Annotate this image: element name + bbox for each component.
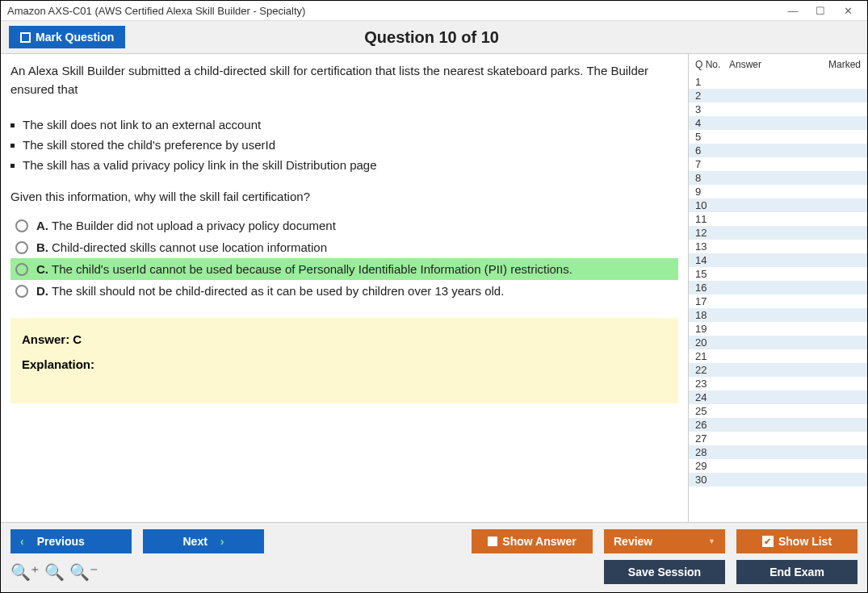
list-qno: 9 bbox=[695, 186, 729, 198]
option-text: Child-directed skills cannot use locatio… bbox=[52, 240, 327, 254]
list-row[interactable]: 14 bbox=[689, 253, 867, 267]
list-row[interactable]: 22 bbox=[689, 363, 867, 377]
list-row[interactable]: 11 bbox=[689, 212, 867, 226]
show-list-label: Show List bbox=[778, 535, 832, 548]
title-bar: Amazon AXS-C01 (AWS Certified Alexa Skil… bbox=[1, 1, 867, 21]
chevron-left-icon: ‹ bbox=[20, 535, 24, 548]
list-rows[interactable]: 1234567891011121314151617181920212223242… bbox=[689, 75, 867, 522]
list-qno: 28 bbox=[695, 446, 729, 458]
list-qno: 30 bbox=[695, 474, 729, 486]
option-letter: C. bbox=[36, 262, 48, 276]
radio-icon[interactable] bbox=[15, 285, 28, 298]
option-row[interactable]: A. The Builder did not upload a privacy … bbox=[10, 215, 678, 236]
option-row[interactable]: D. The skill should not be child-directe… bbox=[10, 280, 678, 302]
list-qno: 4 bbox=[695, 117, 729, 129]
list-row[interactable]: 5 bbox=[689, 130, 867, 144]
list-row[interactable]: 27 bbox=[689, 432, 867, 445]
col-header-marked: Marked bbox=[820, 59, 861, 70]
list-row[interactable]: 28 bbox=[689, 445, 867, 459]
list-row[interactable]: 17 bbox=[689, 294, 867, 308]
list-qno: 22 bbox=[695, 364, 729, 376]
list-row[interactable]: 6 bbox=[689, 144, 867, 157]
list-qno: 14 bbox=[695, 254, 729, 266]
list-row[interactable]: 1 bbox=[689, 75, 867, 89]
list-qno: 1 bbox=[695, 76, 729, 88]
bullet-item: The skill has a valid privacy policy lin… bbox=[10, 158, 678, 172]
list-qno: 24 bbox=[695, 391, 729, 403]
question-list-panel: Q No. Answer Marked 12345678910111213141… bbox=[688, 54, 867, 522]
list-row[interactable]: 8 bbox=[689, 171, 867, 185]
list-row[interactable]: 4 bbox=[689, 116, 867, 130]
list-row[interactable]: 9 bbox=[689, 185, 867, 198]
list-qno: 26 bbox=[695, 419, 729, 431]
question-area: An Alexa Skill Builder submitted a child… bbox=[1, 54, 688, 522]
list-qno: 12 bbox=[695, 227, 729, 239]
list-header: Q No. Answer Marked bbox=[689, 54, 867, 75]
list-row[interactable]: 24 bbox=[689, 390, 867, 404]
show-list-button[interactable]: ✔ Show List bbox=[736, 529, 858, 553]
bullet-text: The skill has a valid privacy policy lin… bbox=[23, 158, 377, 172]
end-exam-button[interactable]: End Exam bbox=[736, 560, 858, 584]
bullet-dot-icon bbox=[10, 123, 15, 127]
col-header-answer: Answer bbox=[729, 59, 820, 70]
list-row[interactable]: 10 bbox=[689, 198, 867, 212]
review-button[interactable]: Review ▼ bbox=[604, 529, 725, 553]
list-row[interactable]: 30 bbox=[689, 473, 867, 487]
list-qno: 7 bbox=[695, 158, 729, 170]
option-letter: B. bbox=[36, 240, 48, 254]
save-session-button[interactable]: Save Session bbox=[604, 560, 725, 584]
list-row[interactable]: 26 bbox=[689, 418, 867, 432]
option-text: The skill should not be child-directed a… bbox=[52, 284, 504, 298]
list-row[interactable]: 13 bbox=[689, 240, 867, 253]
bullet-list: The skill does not link to an external a… bbox=[10, 111, 678, 178]
list-row[interactable]: 12 bbox=[689, 226, 867, 240]
bottom-row-2: 🔍⁺ 🔍 🔍⁻ Save Session End Exam bbox=[10, 560, 858, 584]
header-row: Mark Question Question 10 of 10 bbox=[1, 21, 867, 54]
list-row[interactable]: 7 bbox=[689, 157, 867, 171]
zoom-in-icon[interactable]: 🔍⁺ bbox=[10, 562, 40, 582]
list-row[interactable]: 23 bbox=[689, 377, 867, 390]
window-title: Amazon AXS-C01 (AWS Certified Alexa Skil… bbox=[7, 5, 786, 17]
list-row[interactable]: 21 bbox=[689, 349, 867, 363]
radio-icon[interactable] bbox=[15, 241, 28, 254]
option-row[interactable]: C. The child's userId cannot be used bec… bbox=[10, 258, 678, 280]
list-qno: 15 bbox=[695, 268, 729, 280]
list-row[interactable]: 15 bbox=[689, 267, 867, 281]
save-session-label: Save Session bbox=[628, 566, 701, 578]
main-content: An Alexa Skill Builder submitted a child… bbox=[1, 54, 867, 522]
list-row[interactable]: 25 bbox=[689, 404, 867, 418]
close-icon[interactable]: ✕ bbox=[841, 4, 854, 17]
list-qno: 23 bbox=[695, 378, 729, 390]
radio-icon[interactable] bbox=[15, 263, 28, 276]
list-row[interactable]: 20 bbox=[689, 336, 867, 349]
list-qno: 19 bbox=[695, 323, 729, 335]
next-label: Next bbox=[182, 535, 207, 548]
list-qno: 13 bbox=[695, 240, 729, 253]
list-row[interactable]: 18 bbox=[689, 308, 867, 322]
list-row[interactable]: 29 bbox=[689, 459, 867, 473]
options: A. The Builder did not upload a privacy … bbox=[10, 215, 678, 302]
list-row[interactable]: 19 bbox=[689, 322, 867, 336]
check-icon: ✔ bbox=[762, 536, 774, 547]
list-qno: 11 bbox=[695, 213, 729, 225]
option-row[interactable]: B. Child-directed skills cannot use loca… bbox=[10, 236, 678, 258]
list-row[interactable]: 2 bbox=[689, 89, 867, 102]
minimize-icon[interactable]: — bbox=[786, 4, 799, 17]
review-label: Review bbox=[614, 535, 652, 548]
maximize-icon[interactable]: ☐ bbox=[814, 4, 827, 17]
zoom-out-icon[interactable]: 🔍⁻ bbox=[69, 562, 99, 582]
list-qno: 8 bbox=[695, 172, 729, 184]
radio-icon[interactable] bbox=[15, 219, 28, 232]
show-answer-button[interactable]: Show Answer bbox=[472, 529, 593, 553]
next-button[interactable]: Next › bbox=[143, 529, 264, 553]
list-qno: 17 bbox=[695, 295, 729, 307]
list-row[interactable]: 16 bbox=[689, 281, 867, 294]
window-controls: — ☐ ✕ bbox=[786, 4, 861, 17]
option-text: The Builder did not upload a privacy pol… bbox=[52, 219, 336, 232]
explanation-label: Explanation: bbox=[22, 357, 667, 371]
bottom-bar: ‹ Previous Next › Show Answer Review ▼ ✔… bbox=[1, 522, 867, 592]
zoom-reset-icon[interactable]: 🔍 bbox=[44, 562, 65, 582]
question-counter: Question 10 of 10 bbox=[4, 28, 859, 47]
previous-button[interactable]: ‹ Previous bbox=[10, 529, 132, 553]
list-row[interactable]: 3 bbox=[689, 102, 867, 116]
